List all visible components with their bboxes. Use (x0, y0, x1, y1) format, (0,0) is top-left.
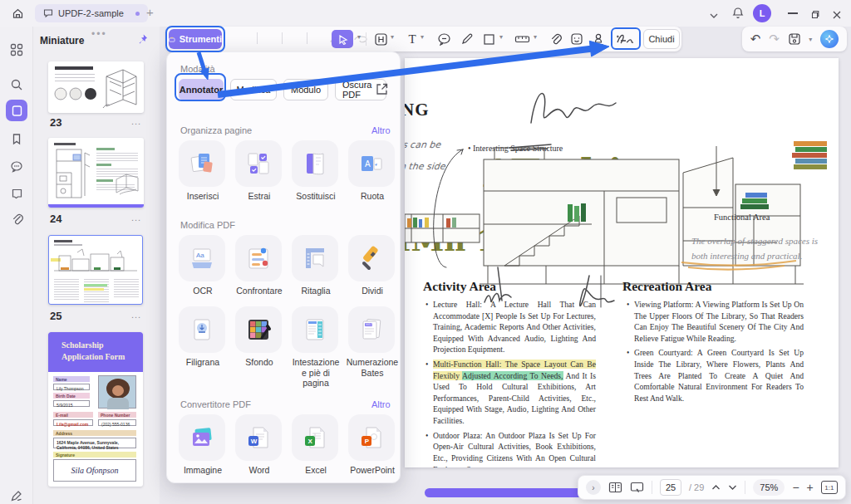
search-button[interactable] (6, 74, 27, 95)
notifications-button[interactable] (731, 7, 745, 23)
comment-tool[interactable] (434, 30, 454, 48)
tile-filigrana[interactable] (179, 306, 225, 353)
app-grid-button[interactable] (6, 39, 27, 61)
tile-powerpoint[interactable]: P (348, 414, 395, 461)
draw-edit-button[interactable] (6, 485, 27, 504)
panel-resize-handle[interactable]: ••• (91, 28, 107, 40)
home-button[interactable] (7, 4, 28, 22)
chevron-down-icon[interactable] (709, 8, 719, 23)
ai-assistant-button[interactable] (820, 30, 839, 48)
select-tool-chevron[interactable]: ▾ (357, 33, 361, 41)
redo-button[interactable]: ↷ (769, 32, 780, 46)
mode-annotator[interactable]: Annotator (179, 79, 224, 100)
svg-text:A: A (365, 159, 371, 169)
thumbnail-form-page[interactable]: Scholarship Application Form Name Lily T… (48, 332, 143, 487)
actual-size-button[interactable]: 1:1 (821, 481, 838, 494)
green-highlight: Adjusted According To Needs, (462, 371, 563, 380)
zoom-level[interactable]: 75% (753, 479, 785, 496)
strumenti-button[interactable]: Strumenti (169, 29, 222, 49)
pin-button[interactable] (136, 33, 149, 50)
text-tool[interactable]: T (402, 30, 422, 48)
measure-chevron[interactable]: ▾ (534, 33, 537, 41)
tile-estrai[interactable] (235, 140, 282, 187)
avatar[interactable]: L (753, 4, 771, 22)
section-organizza-altro[interactable]: Altro (371, 125, 391, 135)
tile-label-powerpoint: PowerPoint (346, 465, 399, 476)
page-menu-24[interactable]: ... (131, 213, 141, 223)
form-phone-label: Phone Number (98, 412, 136, 418)
tile-excel[interactable]: X (292, 414, 338, 461)
measure-tool[interactable] (512, 30, 532, 48)
signature-tool[interactable] (615, 30, 635, 48)
new-tab-button[interactable]: + (146, 5, 154, 19)
view-controls-bar: › 25 / 29 75% − + 1:1 (578, 475, 846, 500)
select-tool-active[interactable] (332, 30, 353, 48)
mode-modulo[interactable]: Modulo (283, 79, 328, 100)
next-page-button[interactable] (728, 484, 737, 491)
section-convertitore-altro[interactable]: Altro (371, 399, 391, 409)
thumbnail-page-25-selected[interactable] (48, 235, 143, 305)
pin-icon (136, 33, 149, 46)
text-chevron[interactable]: ▾ (421, 33, 424, 41)
page-menu-25[interactable]: ... (131, 310, 141, 320)
bookmarks-button[interactable] (6, 128, 27, 149)
tile-intestazione[interactable] (292, 306, 338, 353)
page-menu-23[interactable]: ... (131, 116, 141, 126)
collapse-bar-button[interactable]: › (586, 480, 601, 495)
tile-sostituisci[interactable] (292, 140, 338, 187)
horizontal-scrollbar[interactable] (425, 488, 583, 497)
pen-tool[interactable] (457, 30, 477, 48)
notes-button[interactable] (6, 182, 27, 203)
tile-dividi[interactable] (348, 235, 395, 281)
tile-ritaglia[interactable] (292, 235, 338, 281)
pen-icon (460, 32, 474, 46)
restore-icon (809, 9, 820, 20)
zoom-out-button[interactable]: − (792, 481, 799, 494)
form-title-line2: Application Form (61, 351, 143, 363)
undo-button[interactable]: ↶ (750, 32, 761, 46)
tile-confrontare[interactable] (235, 235, 282, 281)
mode-modifica[interactable]: Modifica (230, 79, 277, 100)
restore-button[interactable] (809, 8, 820, 23)
sticker-tool[interactable] (567, 30, 587, 48)
open-in-window-icon (375, 82, 389, 96)
tile-numerazione-bates[interactable]: 00123 (348, 306, 395, 353)
open-in-window-button[interactable] (375, 82, 389, 100)
tile-word[interactable]: W (235, 414, 282, 461)
presentation-button[interactable] (630, 482, 644, 493)
form-header: Scholarship Application Form (48, 332, 143, 372)
tile-immagine[interactable] (179, 414, 225, 461)
shape-tool[interactable] (479, 30, 499, 48)
page-number-input[interactable]: 25 (660, 479, 681, 496)
zoom-in-button[interactable]: + (807, 481, 814, 494)
pdf-page[interactable]: NG s can be n the side • Interesting Spa… (405, 58, 839, 467)
save-chevron[interactable]: ▾ (809, 36, 812, 43)
tile-ruota[interactable]: A (348, 140, 395, 187)
shape-chevron[interactable]: ▾ (499, 33, 503, 41)
close-button[interactable] (832, 8, 842, 23)
attachments-button[interactable] (6, 208, 27, 230)
tile-inserisci[interactable] (179, 140, 225, 187)
document-tab[interactable]: UPDF-2-sample (35, 4, 148, 22)
thumbnail-page-23[interactable] (48, 61, 144, 113)
presentation-icon (630, 482, 644, 493)
form-email-value: Lila@gmail.com (53, 419, 93, 426)
comments-button[interactable] (6, 155, 27, 177)
save-button[interactable] (788, 32, 801, 46)
recreation-area-title: Recreation Area (622, 279, 711, 294)
form-name-value: Lily Thompson (53, 384, 90, 390)
attach-tool[interactable] (545, 30, 565, 48)
highlight-tool[interactable] (371, 30, 391, 48)
tile-ocr[interactable]: Aa (179, 235, 225, 281)
previous-page-button[interactable] (711, 484, 721, 491)
thumbnail-page-24[interactable] (48, 138, 144, 208)
minimize-button[interactable] (788, 12, 798, 14)
stamp-tool[interactable] (588, 30, 608, 48)
cursor-icon (337, 34, 348, 45)
thumbnails-panel-button[interactable] (6, 100, 27, 121)
reading-view-button[interactable] (608, 482, 622, 493)
form-address-label: Address (53, 430, 136, 436)
tile-sfondo[interactable] (235, 306, 282, 353)
chiudi-button[interactable]: Chiudi (643, 29, 680, 49)
highlight-chevron[interactable]: ▾ (391, 33, 394, 41)
